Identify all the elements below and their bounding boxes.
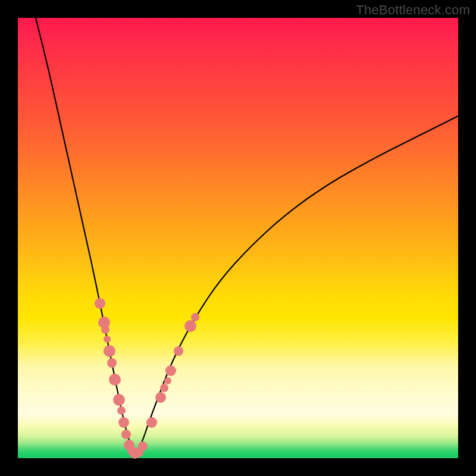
marker-dot <box>160 384 168 392</box>
marker-dot <box>104 336 111 343</box>
marker-dot <box>174 346 183 356</box>
marker-dot <box>121 430 131 439</box>
marker-dot <box>117 406 126 415</box>
attribution-label: TheBottleneck.com <box>356 2 470 18</box>
marker-dot <box>165 365 176 376</box>
marker-dot <box>113 394 125 406</box>
marker-dot <box>146 417 157 428</box>
marker-dot <box>101 325 109 334</box>
marker-dot <box>191 313 199 321</box>
chart-svg <box>18 18 458 458</box>
marker-dot <box>164 377 171 384</box>
marker-dot <box>138 441 148 451</box>
marker-dot <box>95 298 105 309</box>
bottleneck-curve <box>36 18 458 454</box>
marker-dot <box>104 345 115 357</box>
marker-dot <box>184 320 196 332</box>
marker-dot <box>155 392 166 403</box>
marker-dot <box>107 358 117 368</box>
marker-dot <box>118 417 129 428</box>
markers-group <box>95 298 199 459</box>
marker-dot <box>109 374 121 386</box>
